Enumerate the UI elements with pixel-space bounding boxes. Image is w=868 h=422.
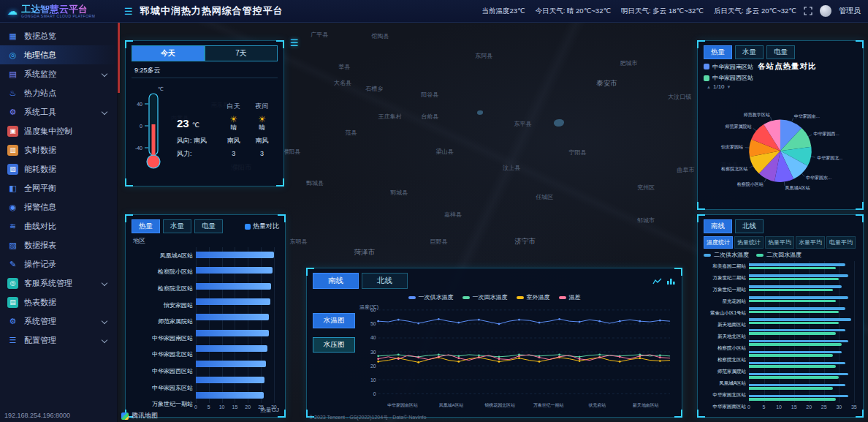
sidebar-item-5[interactable]: ▣温度集中控制 <box>0 121 117 140</box>
pie-tab-1[interactable]: 水量 <box>735 45 764 59</box>
avatar[interactable] <box>820 5 831 17</box>
line-legend-item-0: 一次供水温度 <box>408 293 454 301</box>
pie-tab-2[interactable]: 电量 <box>766 45 795 59</box>
scrollbar[interactable] <box>118 23 120 93</box>
map-menu-toggle-icon[interactable]: ☰ <box>290 37 299 48</box>
trunk-subtab-2[interactable]: 热量平均 <box>765 236 794 249</box>
bar-row <box>749 340 857 346</box>
bar-label: 检察院北区站 <box>704 357 749 363</box>
balance-icon: ◧ <box>7 183 18 194</box>
heat-bar <box>196 330 269 336</box>
sidebar-item-16[interactable]: ☰配置管理 <box>0 331 117 350</box>
tools-icon: ⚙ <box>7 107 18 118</box>
sidebar-item-6[interactable]: ▥实时数据 <box>0 140 117 159</box>
sidebar-item-label: 温度集中控制 <box>24 126 72 137</box>
weather-panel: 今天7天 9:25多云 ℃ 40 0 -40 <box>125 40 284 186</box>
trunk-subtab-1[interactable]: 热量统计 <box>734 236 764 249</box>
heat-bar <box>196 314 269 320</box>
day-condition: ☀晴 <box>219 115 248 132</box>
trunk-tab-1[interactable]: 北线 <box>735 219 764 233</box>
weather-tab-1[interactable]: 7天 <box>205 45 278 61</box>
svg-text:中华家园南...: 中华家园南... <box>794 113 820 119</box>
wind-power-label: 风力: <box>177 149 219 159</box>
chart-mode-button-1[interactable]: 水压图 <box>313 337 355 353</box>
map-place-label: 东明县 <box>290 238 308 246</box>
pie-tab-group: 热量水量电量 <box>704 45 857 59</box>
bar-label: 中华家园东区站 <box>132 384 196 392</box>
sidebar-item-label: 热表数据 <box>24 297 56 308</box>
supply-bar <box>749 384 845 387</box>
weather-body: ℃ 40 0 -40 白天 夜间 <box>132 78 278 181</box>
sidebar-item-10[interactable]: ≋曲线对比 <box>0 216 117 236</box>
bar-chart-icon[interactable] <box>666 277 676 285</box>
page-up-icon[interactable]: ▲ <box>707 85 711 89</box>
map-place-label: 邹城市 <box>637 216 655 224</box>
map-canvas[interactable]: 广平县馆陶县莘县东阿县肥城市泰安市大汶口镇大名县石槽乡阳谷县南乐县内黄县王庄集村… <box>118 23 868 422</box>
bar-row <box>749 263 857 269</box>
legend-swatch <box>462 296 470 299</box>
logo-title: 工达智慧云平台 <box>21 4 95 14</box>
sidebar-item-12[interactable]: ✎操作记录 <box>0 255 117 274</box>
axis-tick: 5 <box>208 404 210 410</box>
bar-row <box>196 377 279 383</box>
trunk-subtab-0[interactable]: 温度统计 <box>704 236 733 249</box>
station-heat-pie-panel: 热量水量电量 中华家园南区站 各站点热量对比 中华家园西区站 ▲ 1/10 ▼ … <box>697 40 864 210</box>
user-name[interactable]: 管理员 <box>839 6 861 16</box>
bar-label: 凤凰城A区站 <box>704 380 749 387</box>
weather-tab-0[interactable]: 今天 <box>132 45 205 61</box>
line-tab-1[interactable]: 北线 <box>362 273 408 289</box>
page-down-icon[interactable]: ▼ <box>727 85 731 89</box>
config-manage-icon: ☰ <box>7 335 18 346</box>
sidebar-item-1[interactable]: ◎地理信息 <box>0 45 117 64</box>
trunk-tab-0[interactable]: 南线 <box>704 219 732 233</box>
bar-row <box>196 330 279 336</box>
svg-text:0: 0 <box>140 124 142 129</box>
bar-row <box>749 329 857 335</box>
sidebar-item-9[interactable]: ◉报警信息 <box>0 197 117 216</box>
fullscreen-icon[interactable] <box>804 7 812 15</box>
area-tab-0[interactable]: 热量 <box>132 219 160 233</box>
svg-text:10: 10 <box>370 377 376 383</box>
line-legend-item-2: 室外温度 <box>517 293 550 301</box>
area-tab-1[interactable]: 水量 <box>163 219 191 233</box>
map-place-label: 大名县 <box>334 78 351 86</box>
axis-tick: 30 <box>836 404 842 410</box>
map-place-label: 台前县 <box>421 112 438 120</box>
chevron-down-icon <box>102 280 107 286</box>
line-tab-0[interactable]: 南线 <box>313 273 359 289</box>
temp-control-icon: ▣ <box>7 126 18 137</box>
line-chart-icon[interactable] <box>652 277 662 285</box>
sidebar-item-14[interactable]: ▤热表数据 <box>0 293 117 312</box>
bar-label: 新天地北区站 <box>704 334 749 340</box>
legend-swatch <box>704 64 709 69</box>
app-logo: ☁ 工达智慧云平台 GONGDA SMART CLOUD PLATFORM <box>7 4 117 18</box>
legend-pager[interactable]: ▲ 1/10 ▼ <box>707 83 857 90</box>
sidebar-item-2[interactable]: ▤系统监控 <box>0 64 117 83</box>
supply-bar <box>749 340 848 343</box>
trunk-subtab-3[interactable]: 水量平均 <box>796 236 825 249</box>
tencent-map-logo-icon <box>121 412 129 420</box>
sidebar-item-15[interactable]: ⚙系统管理 <box>0 312 117 331</box>
menu-toggle-icon[interactable]: ☰ <box>124 6 133 17</box>
trunk-tab-group: 南线北线 <box>704 219 857 233</box>
sidebar-item-11[interactable]: ▨数据报表 <box>0 236 117 255</box>
trunk-subtab-4[interactable]: 电量平均 <box>826 236 856 249</box>
chevron-down-icon <box>102 337 107 343</box>
area-tab-2[interactable]: 电量 <box>194 219 223 233</box>
tomorrow-weather: 明日天气: 多云 18℃~32℃ <box>621 7 704 16</box>
geo-icon: ◎ <box>7 50 18 61</box>
legend-swatch <box>704 254 711 257</box>
trunk-stats-panel: 南线北线 温度统计热量统计热量平均水量平均电量平均 二次供水温度二次回水温度 和… <box>697 214 864 418</box>
chart-mode-button-0[interactable]: 水温图 <box>313 313 355 328</box>
sidebar-item-7[interactable]: ▧能耗数据 <box>0 159 117 178</box>
sidebar-item-0[interactable]: ▦数据总览 <box>0 26 117 45</box>
sidebar-item-3[interactable]: ♨热力站点 <box>0 83 117 102</box>
pie-tab-0[interactable]: 热量 <box>704 45 732 59</box>
y-axis-title: 地区 <box>133 237 279 246</box>
sidebar-item-4[interactable]: ⚙系统工具 <box>0 102 117 121</box>
sidebar-item-13[interactable]: ◎客服系统管理 <box>0 274 117 293</box>
svg-text:20: 20 <box>370 363 376 369</box>
bar-row <box>196 283 279 290</box>
sidebar-item-8[interactable]: ◧全网平衡 <box>0 178 117 197</box>
sidebar-item-label: 操作记录 <box>24 259 56 270</box>
